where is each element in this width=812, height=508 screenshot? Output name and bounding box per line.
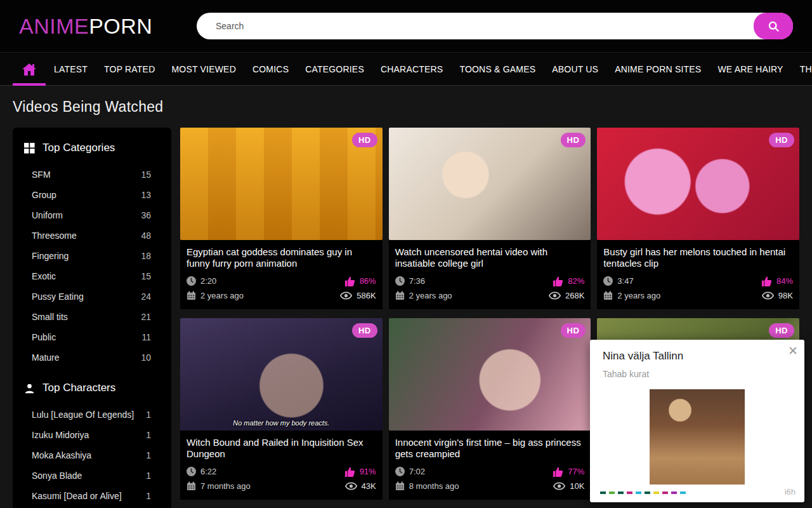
category-item[interactable]: Small tits21 bbox=[24, 307, 160, 327]
eye-icon bbox=[345, 482, 357, 490]
nav-link[interactable]: CATEGORIES bbox=[297, 64, 372, 74]
category-item[interactable]: Fingering18 bbox=[24, 246, 160, 266]
video-age: 2 years ago bbox=[617, 291, 660, 300]
dash bbox=[645, 491, 650, 494]
thumbs-up-icon bbox=[761, 276, 772, 286]
home-icon bbox=[22, 62, 37, 76]
video-title[interactable]: Watch uncensored hentai video with insat… bbox=[395, 246, 585, 270]
video-duration: 3:47 bbox=[617, 276, 633, 286]
character-item[interactable]: Lulu [League Of Legends]1 bbox=[24, 404, 160, 425]
video-thumbnail[interactable]: HD No matter how my body reacts. bbox=[180, 318, 383, 431]
clock-icon bbox=[187, 276, 196, 286]
ad-popup-photo[interactable] bbox=[650, 389, 745, 485]
ad-popup: ✕ Nina välja Tallinn Tahab kurat i6h bbox=[590, 340, 804, 502]
calendar-icon bbox=[395, 291, 405, 300]
video-card[interactable]: HD No matter how my body reacts. Witch B… bbox=[180, 318, 383, 500]
video-thumbnail[interactable]: HD bbox=[389, 128, 591, 240]
video-rating: 82% bbox=[568, 276, 584, 286]
category-item[interactable]: Uniform36 bbox=[24, 205, 160, 225]
video-title[interactable]: Busty girl has her melons touched in hen… bbox=[603, 246, 793, 270]
dash bbox=[662, 491, 668, 494]
logo-text-porn: PORN bbox=[89, 14, 152, 38]
category-item[interactable]: Public11 bbox=[24, 327, 160, 347]
search-button[interactable] bbox=[754, 13, 793, 39]
ad-popup-subtitle: Tahab kurat bbox=[590, 363, 804, 379]
video-title[interactable]: Egyptian cat goddess dominates guy in fu… bbox=[187, 246, 376, 270]
character-label: Izuku Midoriya bbox=[32, 430, 89, 440]
character-item[interactable]: Moka Akashiya1 bbox=[24, 445, 160, 465]
category-item[interactable]: Mature10 bbox=[24, 347, 160, 368]
thumbs-up-icon bbox=[553, 276, 563, 286]
ad-popup-timestamp: i6h bbox=[785, 487, 796, 497]
character-item[interactable]: Izuku Midoriya1 bbox=[24, 425, 160, 445]
search-icon bbox=[767, 20, 780, 33]
hd-badge: HD bbox=[561, 133, 586, 147]
character-count: 1 bbox=[146, 491, 160, 501]
video-rating: 91% bbox=[360, 467, 376, 476]
site-logo[interactable]: ANIMEPORN bbox=[19, 14, 152, 39]
nav-link[interactable]: WE ARE HAIRY bbox=[709, 64, 791, 74]
category-item[interactable]: Threesome48 bbox=[24, 225, 160, 246]
category-list: SFM15 Group13 Uniform36 Threesome48 Fing… bbox=[24, 164, 160, 368]
category-label: Fingering bbox=[32, 251, 69, 261]
video-thumbnail[interactable]: HD bbox=[180, 128, 383, 240]
video-thumbnail[interactable]: HD bbox=[389, 318, 591, 431]
category-label: Group bbox=[32, 190, 56, 200]
category-count: 21 bbox=[141, 312, 160, 322]
nav-link[interactable]: LATEST bbox=[46, 64, 96, 74]
category-count: 15 bbox=[141, 271, 160, 281]
category-label: Threesome bbox=[32, 231, 77, 241]
video-card[interactable]: HD Egyptian cat goddess dominates guy in… bbox=[180, 128, 383, 309]
eye-icon bbox=[549, 291, 561, 300]
nav-link[interactable]: THEPORNDUDE bbox=[792, 64, 812, 74]
top-characters-header: Top Characters bbox=[24, 382, 160, 394]
close-icon[interactable]: ✕ bbox=[788, 345, 798, 357]
character-item[interactable]: Kasumi [Dead or Alive]1 bbox=[24, 486, 160, 506]
video-title[interactable]: Innocent virgin's first time – big ass p… bbox=[395, 437, 585, 460]
thumbs-up-icon bbox=[344, 276, 355, 286]
category-item[interactable]: SFM15 bbox=[24, 164, 160, 185]
video-rating: 77% bbox=[568, 467, 584, 476]
video-card[interactable]: HD Watch uncensored hentai video with in… bbox=[389, 128, 591, 309]
category-count: 36 bbox=[141, 210, 160, 220]
nav-link[interactable]: TOONS & GAMES bbox=[451, 64, 544, 74]
video-age: 2 years ago bbox=[200, 291, 244, 300]
eye-icon bbox=[553, 482, 565, 490]
video-views: 98K bbox=[778, 291, 793, 300]
nav-link[interactable]: COMICS bbox=[244, 64, 297, 74]
category-item[interactable]: Pussy Eating24 bbox=[24, 286, 160, 307]
video-card[interactable]: HD Busty girl has her melons touched in … bbox=[597, 128, 799, 309]
calendar-icon bbox=[187, 481, 196, 491]
character-count: 1 bbox=[146, 430, 160, 440]
nav-link[interactable]: ANIME PORN SITES bbox=[606, 64, 709, 74]
character-item[interactable]: Sonya Blade1 bbox=[24, 465, 160, 486]
nav-home[interactable] bbox=[13, 52, 46, 86]
video-title[interactable]: Witch Bound and Railed in Inquisition Se… bbox=[187, 437, 376, 460]
main-nav: LATESTTOP RATEDMOST VIEWEDCOMICSCATEGORI… bbox=[0, 52, 812, 86]
search-input[interactable] bbox=[197, 13, 793, 39]
eye-icon bbox=[762, 291, 774, 300]
dash bbox=[618, 491, 624, 494]
dash bbox=[653, 491, 659, 494]
clock-icon bbox=[603, 276, 613, 286]
category-item[interactable]: Exotic15 bbox=[24, 266, 160, 286]
nav-link[interactable]: TOP RATED bbox=[96, 64, 163, 74]
category-item[interactable]: Group13 bbox=[24, 185, 160, 205]
video-card[interactable]: HD Innocent virgin's first time – big as… bbox=[389, 318, 591, 500]
thumbs-up-icon bbox=[553, 467, 563, 477]
video-thumbnail[interactable]: HD bbox=[597, 128, 799, 240]
logo-text-anime: ANIME bbox=[19, 14, 89, 38]
category-count: 48 bbox=[141, 231, 160, 241]
nav-link[interactable]: MOST VIEWED bbox=[163, 64, 244, 74]
category-label: Mature bbox=[32, 352, 60, 363]
clock-icon bbox=[395, 467, 405, 476]
dash bbox=[627, 491, 632, 494]
nav-link[interactable]: ABOUT US bbox=[544, 64, 606, 74]
category-label: Small tits bbox=[32, 312, 68, 322]
video-views: 268K bbox=[565, 291, 584, 300]
video-duration: 7:36 bbox=[409, 276, 425, 286]
grid-icon bbox=[24, 143, 35, 154]
category-count: 11 bbox=[141, 332, 160, 342]
nav-link[interactable]: CHARACTERS bbox=[372, 64, 451, 74]
dash bbox=[600, 491, 606, 494]
